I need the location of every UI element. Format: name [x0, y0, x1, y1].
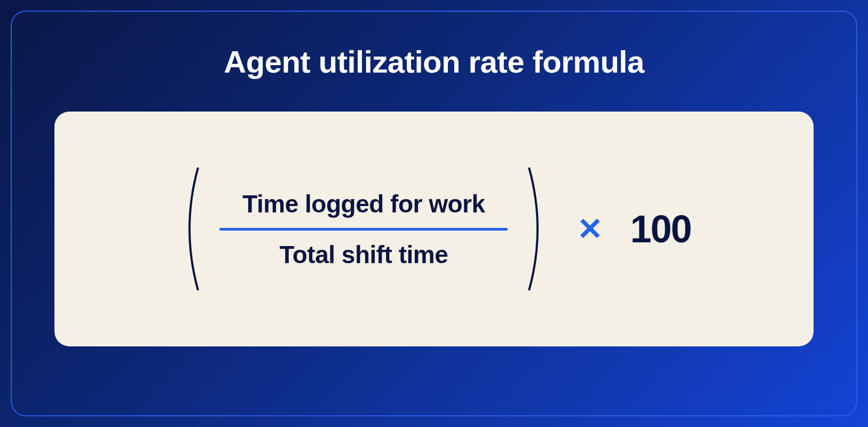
page-title: Agent utilization rate formula [224, 44, 644, 80]
multiplier-value: 100 [630, 207, 691, 251]
multiply-icon: ✕ [577, 211, 603, 247]
formula-card: Time logged for work Total shift time ✕ … [54, 112, 814, 346]
right-paren-icon [524, 162, 550, 296]
denominator: Total shift time [280, 231, 448, 269]
fraction: Time logged for work Total shift time [203, 189, 524, 269]
fraction-group: Time logged for work Total shift time [177, 162, 550, 296]
left-paren-icon [177, 162, 203, 296]
formula-container: Agent utilization rate formula Time logg… [11, 11, 857, 416]
numerator: Time logged for work [242, 189, 485, 228]
